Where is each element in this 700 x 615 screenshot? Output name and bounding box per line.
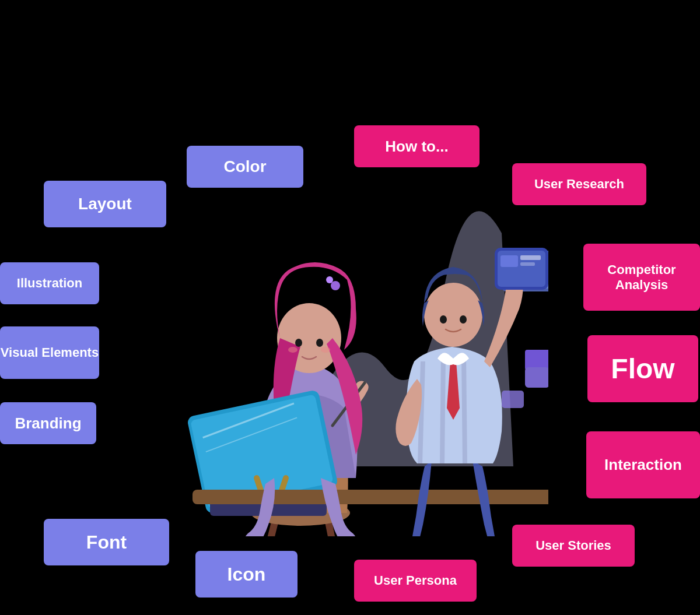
central-illustration	[105, 117, 548, 536]
svg-rect-24	[192, 490, 548, 504]
svg-point-35	[460, 315, 467, 324]
svg-line-30	[442, 356, 443, 463]
flow-tag[interactable]: Flow	[587, 335, 698, 402]
svg-rect-42	[502, 391, 524, 408]
visual-elements-tag[interactable]: Visual Elements	[0, 326, 99, 379]
svg-point-12	[288, 347, 298, 353]
svg-point-34	[440, 315, 447, 324]
svg-point-10	[295, 339, 302, 347]
branding-tag[interactable]: Branding	[0, 402, 96, 444]
svg-point-33	[424, 283, 482, 347]
svg-point-11	[316, 339, 323, 347]
interaction-tag[interactable]: Interaction	[586, 431, 700, 498]
svg-point-15	[326, 276, 333, 283]
icon-tag[interactable]: Icon	[195, 551, 298, 598]
svg-point-14	[331, 281, 340, 290]
svg-point-13	[321, 347, 330, 353]
svg-line-29	[420, 361, 423, 463]
svg-rect-2	[525, 350, 548, 370]
svg-rect-40	[520, 262, 535, 266]
svg-rect-38	[501, 255, 518, 267]
user-persona-tag[interactable]: User Persona	[354, 560, 477, 602]
illustration-tag[interactable]: Illustration	[0, 262, 99, 304]
svg-rect-41	[525, 367, 548, 388]
svg-rect-39	[520, 255, 541, 260]
competitor-analysis-tag[interactable]: Competitor Analysis	[583, 244, 700, 311]
svg-line-31	[464, 356, 465, 463]
